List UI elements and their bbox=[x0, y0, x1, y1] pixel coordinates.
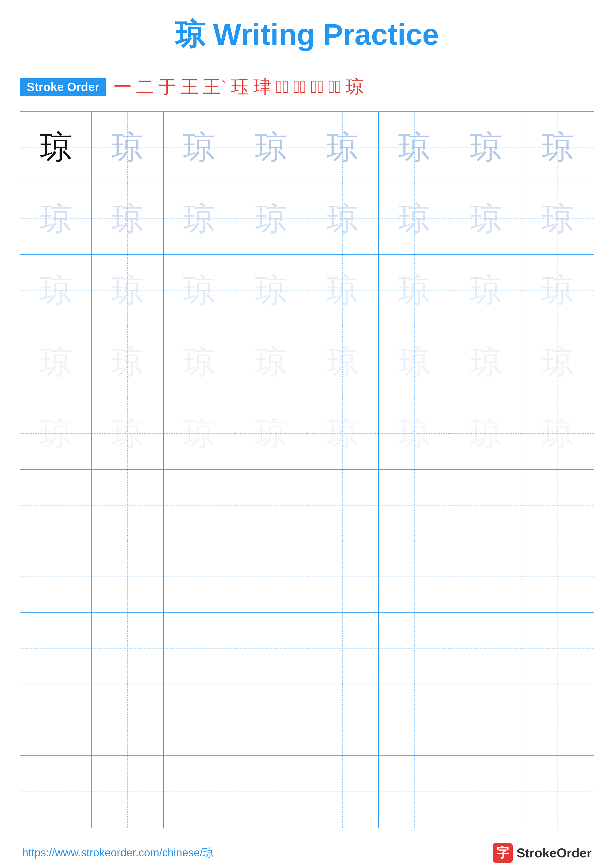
grid-cell[interactable]: 琼 bbox=[379, 255, 450, 326]
grid-cell[interactable] bbox=[92, 613, 163, 684]
grid-cell[interactable]: 琼 bbox=[164, 112, 235, 183]
grid-cell[interactable] bbox=[450, 684, 522, 756]
grid-cell[interactable] bbox=[164, 756, 235, 828]
grid-cell[interactable] bbox=[307, 756, 379, 828]
grid-cell[interactable]: 琼 bbox=[164, 255, 235, 326]
grid-cell[interactable] bbox=[379, 613, 450, 684]
grid-cell[interactable]: 琼 bbox=[450, 112, 522, 183]
char-light: 琼 bbox=[326, 131, 359, 163]
grid-cell[interactable] bbox=[20, 541, 92, 613]
grid-cell[interactable]: 琼 bbox=[522, 398, 594, 470]
char-light: 琼 bbox=[112, 274, 144, 306]
grid-cell[interactable]: 琼 bbox=[379, 326, 450, 398]
grid-cell[interactable] bbox=[522, 470, 594, 541]
grid-cell[interactable]: 琼 bbox=[379, 183, 450, 254]
char-light: 琼 bbox=[326, 274, 359, 306]
stroke-9: 琼̣ bbox=[293, 77, 306, 97]
grid-cell[interactable]: 琼 bbox=[20, 183, 92, 254]
grid-cell[interactable]: 琼 bbox=[92, 326, 163, 398]
grid-cell[interactable] bbox=[379, 541, 450, 613]
grid-cell[interactable] bbox=[450, 541, 522, 613]
grid-cell[interactable]: 琼 bbox=[450, 398, 522, 470]
grid-cell[interactable]: 琼 bbox=[164, 183, 235, 254]
char-light: 琼 bbox=[183, 417, 215, 450]
grid-cell[interactable]: 琼 bbox=[307, 398, 379, 470]
grid-cell[interactable]: 琼 bbox=[522, 326, 594, 398]
grid-row bbox=[20, 756, 594, 828]
grid-cell[interactable] bbox=[164, 684, 235, 756]
grid-cell[interactable]: 琼 bbox=[307, 112, 379, 183]
grid-cell[interactable]: 琼 bbox=[20, 255, 92, 326]
grid-cell[interactable] bbox=[307, 613, 379, 684]
grid-cell[interactable] bbox=[235, 756, 307, 828]
grid-cell[interactable] bbox=[379, 470, 450, 541]
grid-cell[interactable]: 琼 bbox=[450, 255, 522, 326]
grid-cell[interactable]: 琼 bbox=[164, 398, 235, 470]
grid-cell[interactable]: 琼 bbox=[235, 255, 307, 326]
grid-row: 琼 琼 琼 琼 琼 琼 琼 琼 bbox=[20, 255, 594, 326]
grid-cell[interactable]: 琼 bbox=[20, 398, 92, 470]
grid-cell[interactable]: 琼 bbox=[522, 183, 594, 254]
grid-cell[interactable] bbox=[20, 613, 92, 684]
grid-cell[interactable] bbox=[450, 470, 522, 541]
grid-cell[interactable] bbox=[92, 684, 163, 756]
grid-cell[interactable]: 琼 bbox=[379, 398, 450, 470]
char-light: 琼 bbox=[470, 346, 502, 378]
char-light: 琼 bbox=[112, 131, 144, 163]
grid-row bbox=[20, 470, 594, 541]
grid-cell[interactable]: 琼 bbox=[450, 183, 522, 254]
grid-cell[interactable]: 琼 bbox=[92, 183, 163, 254]
grid-cell[interactable]: 琼 bbox=[164, 326, 235, 398]
grid-cell[interactable] bbox=[522, 756, 594, 828]
grid-cell[interactable] bbox=[379, 756, 450, 828]
grid-cell[interactable]: 琼 bbox=[450, 326, 522, 398]
char-light: 琼 bbox=[542, 131, 574, 163]
grid-cell[interactable] bbox=[307, 470, 379, 541]
stroke-6: 珏 bbox=[231, 75, 249, 99]
grid-cell[interactable] bbox=[235, 470, 307, 541]
grid-cell[interactable] bbox=[307, 541, 379, 613]
grid-cell[interactable] bbox=[235, 613, 307, 684]
grid-cell[interactable] bbox=[92, 756, 163, 828]
grid-cell[interactable] bbox=[235, 684, 307, 756]
grid-cell[interactable]: 琼 bbox=[235, 326, 307, 398]
grid-cell[interactable]: 琼 bbox=[307, 326, 379, 398]
grid-cell[interactable] bbox=[92, 541, 163, 613]
grid-cell[interactable] bbox=[450, 613, 522, 684]
grid-cell[interactable] bbox=[164, 541, 235, 613]
grid-cell[interactable] bbox=[164, 470, 235, 541]
char-light: 琼 bbox=[398, 203, 431, 235]
grid-cell[interactable]: 琼 bbox=[235, 183, 307, 254]
grid-cell[interactable] bbox=[164, 613, 235, 684]
char-dark: 琼 bbox=[40, 131, 72, 163]
grid-cell[interactable]: 琼 bbox=[92, 112, 163, 183]
grid-cell[interactable] bbox=[20, 684, 92, 756]
grid-cell[interactable] bbox=[92, 470, 163, 541]
page-title: 琼 Writing Practice bbox=[20, 15, 594, 55]
char-light: 琼 bbox=[326, 346, 359, 378]
char-light: 琼 bbox=[40, 417, 72, 450]
grid-cell[interactable] bbox=[450, 756, 522, 828]
grid-cell[interactable] bbox=[522, 684, 594, 756]
grid-cell[interactable]: 琼 bbox=[92, 398, 163, 470]
grid-cell[interactable] bbox=[235, 541, 307, 613]
grid-cell[interactable] bbox=[20, 756, 92, 828]
grid-cell[interactable]: 琼 bbox=[307, 255, 379, 326]
grid-cell[interactable]: 琼 bbox=[20, 326, 92, 398]
stroke-12: 琼 bbox=[346, 75, 364, 99]
grid-cell[interactable] bbox=[522, 613, 594, 684]
grid-cell[interactable] bbox=[522, 541, 594, 613]
grid-cell[interactable] bbox=[20, 470, 92, 541]
grid-cell[interactable]: 琼 bbox=[235, 398, 307, 470]
grid-cell[interactable]: 琼 bbox=[235, 112, 307, 183]
grid-cell[interactable]: 琼 bbox=[379, 112, 450, 183]
char-light: 琼 bbox=[542, 203, 574, 235]
grid-cell[interactable]: 琼 bbox=[20, 112, 92, 183]
grid-cell[interactable] bbox=[307, 684, 379, 756]
grid-cell[interactable]: 琼 bbox=[522, 255, 594, 326]
grid-cell[interactable]: 琼 bbox=[92, 255, 163, 326]
grid-cell[interactable]: 琼 bbox=[522, 112, 594, 183]
char-light: 琼 bbox=[183, 346, 215, 378]
grid-cell[interactable] bbox=[379, 684, 450, 756]
grid-cell[interactable]: 琼 bbox=[307, 183, 379, 254]
